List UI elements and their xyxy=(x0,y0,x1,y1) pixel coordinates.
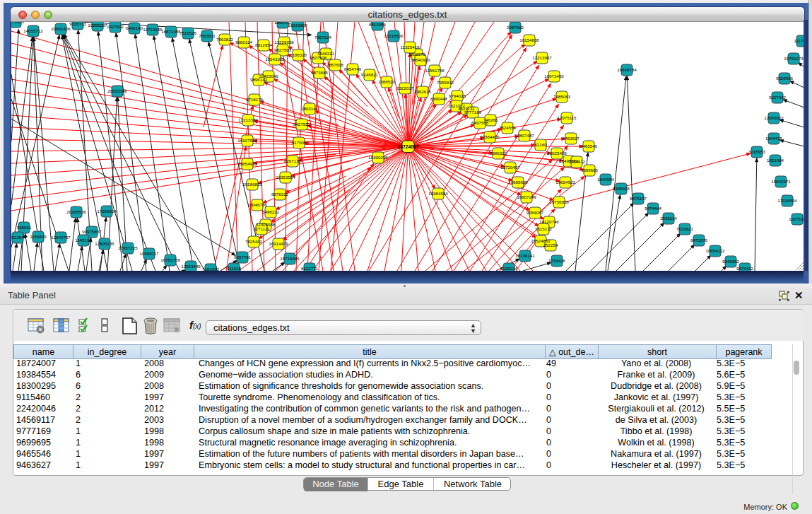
svg-text:8878332: 8878332 xyxy=(271,192,289,197)
svg-text:2935114: 2935114 xyxy=(660,216,677,221)
svg-text:1621064: 1621064 xyxy=(767,158,784,163)
svg-text:16914479: 16914479 xyxy=(269,241,288,246)
svg-text:8427552: 8427552 xyxy=(293,122,311,127)
svg-text:11325419: 11325419 xyxy=(400,45,420,49)
svg-text:3624554: 3624554 xyxy=(499,125,517,130)
svg-text:8122771: 8122771 xyxy=(301,266,319,271)
svg-text:20053346: 20053346 xyxy=(107,88,127,93)
svg-text:7625402: 7625402 xyxy=(245,239,263,244)
svg-text:16648784: 16648784 xyxy=(617,67,637,72)
svg-text:3215953: 3215953 xyxy=(748,149,766,154)
svg-text:1640954: 1640954 xyxy=(597,177,615,182)
svg-text:18640910: 18640910 xyxy=(411,57,430,62)
svg-text:6466160: 6466160 xyxy=(126,25,143,30)
svg-text:2275303: 2275303 xyxy=(11,22,25,24)
svg-text:10719155: 10719155 xyxy=(143,27,163,32)
svg-text:12942757: 12942757 xyxy=(51,235,71,240)
svg-text:10973493: 10973493 xyxy=(544,74,564,78)
svg-text:12353594: 12353594 xyxy=(276,175,295,180)
svg-text:1733426: 1733426 xyxy=(548,258,566,263)
svg-text:10025438: 10025438 xyxy=(547,151,567,156)
svg-text:10688609: 10688609 xyxy=(508,180,528,185)
svg-text:1117405: 1117405 xyxy=(794,38,804,43)
svg-text:19654923: 19654923 xyxy=(555,180,575,185)
svg-text:1615132: 1615132 xyxy=(535,226,553,231)
svg-text:3271121: 3271121 xyxy=(253,226,270,231)
svg-text:9146821: 9146821 xyxy=(361,72,379,77)
svg-text:10855287: 10855287 xyxy=(88,23,107,28)
svg-text:1865432: 1865432 xyxy=(274,22,292,25)
svg-text:7663811: 7663811 xyxy=(199,33,216,38)
svg-text:20206536: 20206536 xyxy=(66,209,86,214)
svg-text:7181633: 7181633 xyxy=(202,267,220,271)
svg-text:9136224: 9136224 xyxy=(500,266,518,271)
svg-text:8912954: 8912954 xyxy=(255,42,273,47)
svg-text:13218506: 13218506 xyxy=(384,33,404,38)
svg-text:1156829: 1156829 xyxy=(30,234,47,239)
svg-text:9777169: 9777169 xyxy=(464,110,482,115)
svg-text:15716485: 15716485 xyxy=(280,256,300,261)
svg-text:15751074: 15751074 xyxy=(784,56,804,61)
svg-text:7357224: 7357224 xyxy=(314,35,332,40)
svg-text:12975115: 12975115 xyxy=(557,115,577,120)
svg-text:9827508: 9827508 xyxy=(310,55,327,60)
svg-text:3913544: 3913544 xyxy=(11,235,27,240)
svg-text:16782759: 16782759 xyxy=(160,257,180,262)
svg-text:9896142: 9896142 xyxy=(250,77,268,82)
svg-text:12213389: 12213389 xyxy=(238,117,258,122)
svg-text:16120746: 16120746 xyxy=(539,219,559,224)
svg-text:9857791: 9857791 xyxy=(234,255,252,259)
svg-text:16543382: 16543382 xyxy=(265,57,285,62)
svg-text:10961758: 10961758 xyxy=(425,68,445,73)
svg-text:14055712: 14055712 xyxy=(23,28,43,33)
svg-text:15692971: 15692971 xyxy=(771,179,791,184)
svg-text:10654112: 10654112 xyxy=(705,248,725,253)
svg-text:20364436: 20364436 xyxy=(480,134,500,139)
svg-text:9227342: 9227342 xyxy=(769,95,787,100)
svg-text:20691406: 20691406 xyxy=(51,26,71,31)
svg-text:10958117: 10958117 xyxy=(139,251,159,256)
svg-text:8813054: 8813054 xyxy=(369,22,387,27)
svg-text:9660124: 9660124 xyxy=(235,40,253,45)
svg-text:1546221: 1546221 xyxy=(317,51,335,56)
svg-text:9335713: 9335713 xyxy=(69,22,87,26)
svg-text:18807249: 18807249 xyxy=(517,194,536,199)
svg-text:8186328: 8186328 xyxy=(290,52,307,57)
svg-text:8267130: 8267130 xyxy=(284,158,302,163)
svg-text:8990448: 8990448 xyxy=(430,96,448,101)
svg-text:12923445: 12923445 xyxy=(181,264,201,269)
svg-text:1588520: 1588520 xyxy=(378,79,396,84)
svg-text:9329966: 9329966 xyxy=(776,76,794,81)
svg-text:7955812: 7955812 xyxy=(437,80,454,85)
svg-text:9873685: 9873685 xyxy=(311,70,329,75)
svg-text:19166829: 19166829 xyxy=(242,182,262,187)
svg-text:16107553: 16107553 xyxy=(237,138,257,143)
svg-text:19756928: 19756928 xyxy=(549,199,569,204)
svg-text:15136141: 15136141 xyxy=(515,253,535,258)
svg-text:16671355: 16671355 xyxy=(161,29,181,34)
svg-text:1527602: 1527602 xyxy=(107,24,124,29)
svg-text:9474444: 9474444 xyxy=(645,206,662,211)
svg-text:8322037: 8322037 xyxy=(396,86,414,90)
svg-text:911633: 911633 xyxy=(227,266,242,271)
svg-text:917006: 917006 xyxy=(292,140,307,145)
svg-text:6879197: 6879197 xyxy=(630,196,647,201)
svg-text:9827503: 9827503 xyxy=(274,47,292,52)
svg-text:17957225: 17957225 xyxy=(118,245,138,250)
svg-text:17359924: 17359924 xyxy=(97,209,117,214)
svg-text:10807487: 10807487 xyxy=(514,133,534,138)
svg-text:7986322: 7986322 xyxy=(490,151,507,156)
svg-text:7485063: 7485063 xyxy=(553,94,571,99)
svg-text:252254: 252254 xyxy=(543,243,558,247)
svg-text:2867608: 2867608 xyxy=(326,62,344,67)
svg-text:9794028: 9794028 xyxy=(449,93,466,98)
svg-text:62160: 62160 xyxy=(534,142,547,147)
svg-text:6497568: 6497568 xyxy=(471,120,489,125)
svg-text:19384554: 19384554 xyxy=(428,191,448,196)
svg-text:90975857: 90975857 xyxy=(82,229,102,234)
svg-text:9245652: 9245652 xyxy=(722,259,740,264)
svg-text:7515526: 7515526 xyxy=(180,30,197,35)
svg-text:12505135: 12505135 xyxy=(95,241,114,246)
svg-text:12213967: 12213967 xyxy=(532,55,552,60)
svg-text:12093822: 12093822 xyxy=(764,115,784,120)
